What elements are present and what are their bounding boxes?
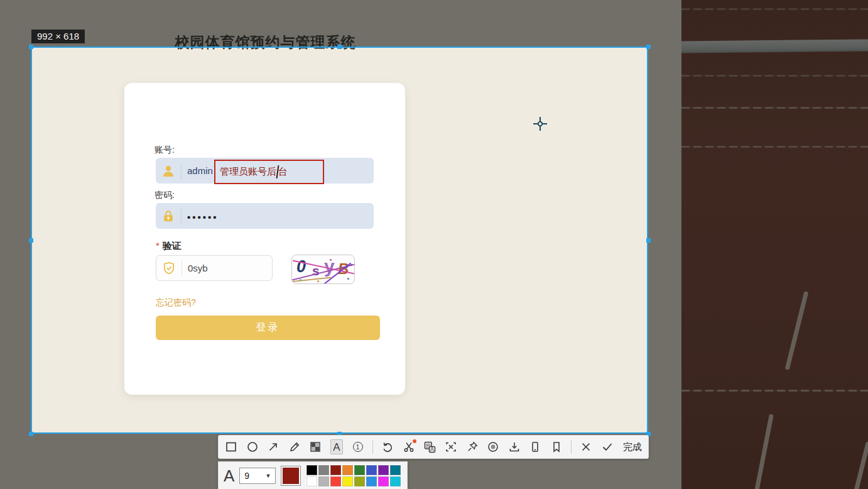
chevron-down-icon: ▼ xyxy=(265,473,271,479)
text-tool-icon[interactable]: A xyxy=(330,439,344,454)
font-size-dropdown[interactable]: 9 ▼ xyxy=(239,468,276,484)
track-dash-mark xyxy=(785,291,809,370)
svg-text:A: A xyxy=(430,446,434,452)
capture-selection-region[interactable] xyxy=(31,47,648,434)
text-style-bar: A 9 ▼ xyxy=(218,461,408,489)
font-size-value: 9 xyxy=(244,471,249,481)
selection-handle-bottom-left[interactable] xyxy=(29,432,33,436)
palette-color[interactable] xyxy=(378,476,389,486)
track-lane-line xyxy=(681,390,868,392)
palette-color[interactable] xyxy=(307,465,317,475)
palette-color[interactable] xyxy=(307,476,317,486)
bookmark-icon[interactable] xyxy=(550,439,563,454)
selection-handle-mid-left[interactable] xyxy=(29,238,33,243)
palette-color[interactable] xyxy=(330,465,341,475)
toolbar-separator xyxy=(571,440,572,454)
running-track-photo xyxy=(681,0,868,489)
font-symbol: A xyxy=(224,468,234,484)
ellipse-tool-icon[interactable] xyxy=(246,439,259,454)
palette-color[interactable] xyxy=(342,465,353,475)
track-lane-line xyxy=(681,75,868,77)
selection-handle-top-left[interactable] xyxy=(29,45,33,49)
palette-color[interactable] xyxy=(330,476,341,486)
number-badge-tool-icon[interactable]: 1 xyxy=(351,439,364,454)
palette-color[interactable] xyxy=(390,476,401,486)
mosaic-tool-icon[interactable] xyxy=(309,439,322,454)
ocr-recognize-icon[interactable] xyxy=(445,439,458,454)
crop-scissors-icon[interactable] xyxy=(402,439,415,454)
palette-color[interactable] xyxy=(378,465,389,475)
browser-scrollbar[interactable] xyxy=(676,0,681,489)
screenshot-capture-overlay: 校园体育馆预约与管理系统 账号: admin 管理员账号后台 密码: xyxy=(0,0,868,489)
track-rail xyxy=(681,39,868,53)
done-button[interactable]: 完成 xyxy=(623,441,642,453)
record-icon[interactable] xyxy=(487,439,500,454)
pencil-tool-icon[interactable] xyxy=(288,439,301,454)
translate-icon[interactable]: 田A xyxy=(423,439,437,454)
save-download-icon[interactable] xyxy=(507,439,521,454)
palette-color[interactable] xyxy=(318,465,329,475)
toolbar-separator xyxy=(372,440,373,454)
arrow-tool-icon[interactable] xyxy=(267,439,280,454)
cancel-icon[interactable] xyxy=(580,439,593,454)
phone-icon[interactable] xyxy=(529,439,542,454)
track-lane-line xyxy=(681,8,868,10)
palette-color[interactable] xyxy=(366,465,377,475)
palette-color[interactable] xyxy=(354,476,365,486)
palette-color[interactable] xyxy=(366,476,377,486)
crosshair-cursor xyxy=(531,115,549,135)
track-dash-mark xyxy=(754,414,774,489)
palette-color[interactable] xyxy=(390,465,401,475)
rectangle-tool-icon[interactable] xyxy=(225,439,238,454)
confirm-check-icon[interactable] xyxy=(601,439,614,454)
pin-icon[interactable] xyxy=(465,439,479,454)
annotation-toolbar: A 1 田A xyxy=(218,435,649,459)
palette-color[interactable] xyxy=(342,476,353,486)
selection-handle-top-center[interactable] xyxy=(337,45,342,49)
palette-color[interactable] xyxy=(354,465,365,475)
track-lane-line xyxy=(681,146,868,148)
track-dash-mark xyxy=(852,441,868,489)
color-palette xyxy=(306,464,401,487)
track-lane-line xyxy=(681,107,868,109)
notification-dot xyxy=(413,439,416,443)
selection-handle-top-right[interactable] xyxy=(646,45,651,49)
undo-icon[interactable] xyxy=(381,439,394,454)
selection-size-badge: 992 × 618 xyxy=(31,30,85,43)
palette-color[interactable] xyxy=(318,476,329,486)
selection-handle-mid-right[interactable] xyxy=(646,238,651,243)
selected-color-swatch[interactable] xyxy=(281,466,301,486)
